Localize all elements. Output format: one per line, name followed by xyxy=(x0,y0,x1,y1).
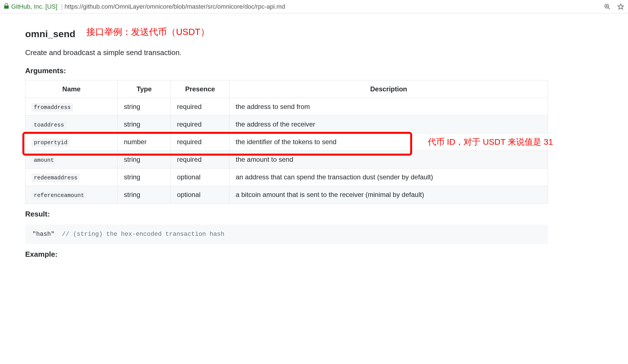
table-row: redeemaddress string optional an address… xyxy=(25,168,548,186)
address-bar-right xyxy=(604,3,624,10)
arg-name: referenceamount xyxy=(32,191,86,200)
document-content: omni_send 接口举例：发送代币（USDT） Create and bro… xyxy=(0,13,615,275)
arg-type: string xyxy=(118,186,171,203)
arg-presence: optional xyxy=(171,186,230,203)
arg-presence: optional xyxy=(171,168,230,186)
arg-name: propertyid xyxy=(32,138,70,147)
result-code-block: "hash" // (string) the hex-encoded trans… xyxy=(25,225,548,244)
table-header-row: Name Type Presence Description xyxy=(25,80,548,98)
divider: | xyxy=(61,3,63,10)
browser-address-bar: GitHub, Inc. [US] | https://github.com/O… xyxy=(0,0,628,13)
arg-name: toaddress xyxy=(32,121,66,129)
api-description: Create and broadcast a simple send trans… xyxy=(25,47,590,58)
example-label: Example: xyxy=(25,250,590,259)
result-label: Result: xyxy=(25,210,590,218)
svg-marker-4 xyxy=(618,4,624,9)
arguments-label: Arguments: xyxy=(25,66,590,75)
star-icon[interactable] xyxy=(617,3,624,10)
arg-type: string xyxy=(118,98,171,115)
page-url[interactable]: https://github.com/OmniLayer/omnicore/bl… xyxy=(65,3,285,10)
arg-type: string xyxy=(118,115,171,133)
arg-name: redeemaddress xyxy=(32,173,80,182)
arg-presence: required xyxy=(171,151,230,168)
annotation-title: 接口举例：发送代币（USDT） xyxy=(86,26,209,38)
result-comment: // (string) the hex-encoded transaction … xyxy=(62,231,225,238)
address-bar-left: GitHub, Inc. [US] | https://github.com/O… xyxy=(4,3,604,10)
svg-line-1 xyxy=(608,8,610,9)
table-row: referenceamount string optional a bitcoi… xyxy=(25,186,548,203)
annotation-side-note: 代币 ID，对于 USDT 来说值是 31 xyxy=(428,136,553,148)
arg-desc: the address to send from xyxy=(230,98,548,115)
arg-presence: required xyxy=(171,98,230,115)
table-row: fromaddress string required the address … xyxy=(25,98,548,115)
result-spacer xyxy=(55,231,62,238)
arg-desc: the amount to send xyxy=(230,151,548,168)
arg-name: fromaddress xyxy=(32,103,73,112)
site-identity: GitHub, Inc. [US] xyxy=(11,3,57,10)
col-type: Type xyxy=(118,80,171,98)
heading-row: omni_send 接口举例：发送代币（USDT） xyxy=(25,22,590,42)
arg-desc: a bitcoin amount that is sent to the rec… xyxy=(230,186,548,203)
arg-type: number xyxy=(118,133,171,151)
col-description: Description xyxy=(230,80,548,98)
arg-type: string xyxy=(118,168,171,186)
table-row: toaddress string required the address of… xyxy=(25,115,548,133)
arg-type: string xyxy=(118,151,171,168)
arg-name: amount xyxy=(32,156,56,165)
result-value: "hash" xyxy=(32,231,55,238)
arg-desc: an address that can spend the transactio… xyxy=(230,168,548,186)
col-presence: Presence xyxy=(171,80,230,98)
arg-desc: the address of the receiver xyxy=(230,115,548,133)
arg-presence: required xyxy=(171,115,230,133)
lock-icon xyxy=(4,3,9,10)
table-row: amount string required the amount to sen… xyxy=(25,151,548,168)
col-name: Name xyxy=(25,80,118,98)
arguments-table-wrap: Name Type Presence Description fromaddre… xyxy=(25,80,590,204)
arg-presence: required xyxy=(171,133,230,151)
zoom-icon[interactable] xyxy=(604,3,611,10)
api-method-name: omni_send xyxy=(25,28,75,39)
